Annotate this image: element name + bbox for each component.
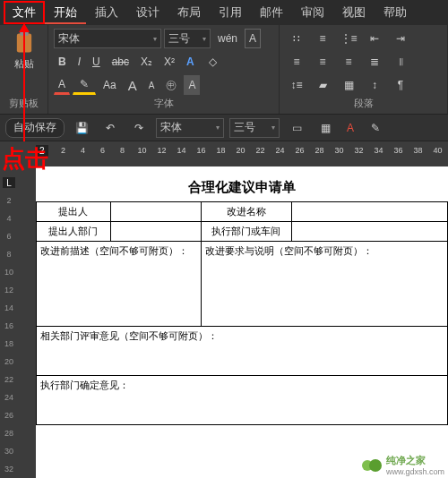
distribute-icon: ⫴	[393, 55, 408, 69]
undo-button[interactable]: ↶	[99, 118, 122, 138]
cell-exec-label: 执行部门或车间	[201, 222, 291, 242]
char-border-button[interactable]: A	[245, 29, 261, 48]
menu-layout[interactable]: 布局	[168, 1, 210, 24]
document-wrap: 2 246810121416182022242628303234363840 合…	[18, 141, 448, 478]
cell-dept-value[interactable]	[110, 222, 201, 242]
ruler-tick: 10	[4, 263, 13, 281]
text-effect-button[interactable]: A	[182, 52, 199, 72]
phonetic-button[interactable]: wén	[213, 29, 242, 48]
ruler-tick: 6	[6, 227, 11, 245]
show-marks-button[interactable]: ¶	[389, 75, 412, 95]
shading-button[interactable]: ▰	[311, 75, 334, 95]
qa-highlight-button[interactable]: A	[342, 118, 358, 138]
indent-right-button[interactable]: ⇥	[389, 29, 412, 48]
cell-name-value[interactable]	[291, 202, 447, 222]
menu-help[interactable]: 帮助	[375, 1, 416, 24]
leaf-icon	[361, 457, 383, 474]
bullets-button[interactable]: ∷	[285, 29, 308, 48]
enclose-button[interactable]: ㊥	[161, 75, 181, 95]
underline-button[interactable]: U	[88, 52, 105, 72]
group-clipboard-label: 剪贴板	[5, 95, 42, 110]
qa-comment-button[interactable]: ✎	[364, 118, 387, 138]
align-right-button[interactable]: ≡	[337, 52, 360, 72]
table-row: 改进前描述（空间不够可附页）： 改进要求与说明（空间不够可附页）：	[37, 242, 448, 327]
strike-button[interactable]: abc	[108, 52, 134, 72]
ruler-tick: 28	[310, 146, 330, 155]
redo-button[interactable]: ↷	[127, 118, 151, 138]
align-center-button[interactable]: ≡	[311, 52, 334, 72]
qa-size-select[interactable]: 三号▾	[229, 118, 280, 138]
ruler-tick: 4	[73, 146, 93, 155]
numbering-icon: ≡	[315, 31, 330, 46]
table-icon: ▦	[318, 121, 332, 135]
comment-icon: ✎	[368, 121, 383, 135]
cell-proposer-value[interactable]	[110, 202, 201, 222]
superscript-button[interactable]: X²	[159, 52, 179, 72]
indent-left-button[interactable]: ⇤	[363, 29, 386, 48]
ruler-tick: 28	[4, 424, 13, 442]
qa-table-button[interactable]: ▦	[314, 118, 337, 138]
ruler-tick: 2	[6, 192, 11, 209]
multilevel-icon: ⋮≡	[341, 31, 356, 46]
menu-insert[interactable]: 插入	[86, 1, 127, 24]
line-spacing-icon: ↕≡	[289, 78, 304, 92]
char-shading-button[interactable]: A	[184, 75, 200, 95]
align-center-icon: ≡	[315, 55, 330, 69]
group-clipboard: 粘贴 剪贴板	[0, 25, 48, 114]
shrink-font-button[interactable]: A	[144, 75, 159, 95]
multilevel-button[interactable]: ⋮≡	[337, 29, 360, 48]
svg-rect-0	[16, 34, 30, 53]
page-viewport[interactable]: 合理化建议申请单 提出人 改进名称 提出人部门 执行部门或车间	[18, 159, 448, 478]
font-size-select[interactable]: 三号▾	[164, 29, 211, 48]
menu-view[interactable]: 视图	[333, 1, 375, 24]
align-left-button[interactable]: ≡	[285, 52, 308, 72]
menu-design[interactable]: 设计	[127, 1, 168, 24]
ruler-tick: 20	[231, 146, 251, 155]
justify-button[interactable]: ≣	[363, 52, 386, 72]
numbering-button[interactable]: ≡	[311, 29, 334, 48]
distribute-button[interactable]: ⫴	[389, 52, 412, 72]
menu-file[interactable]: 文件	[4, 1, 45, 24]
ruler-corner: L	[3, 177, 15, 188]
qa-font-select[interactable]: 宋体▾	[156, 118, 224, 138]
cell-before-desc[interactable]: 改进前描述（空间不够可附页）：	[37, 242, 202, 327]
cell-exec-value[interactable]	[291, 222, 447, 242]
autosave-toggle[interactable]: 自动保存	[5, 118, 65, 138]
sort-button[interactable]: ↕	[363, 75, 386, 95]
ruler-tick: 40	[428, 146, 448, 155]
grow-font-button[interactable]: A	[124, 75, 142, 95]
subscript-button[interactable]: X₂	[136, 52, 157, 72]
line-spacing-button[interactable]: ↕≡	[285, 75, 308, 95]
font-color-button[interactable]: A	[54, 75, 70, 95]
ruler-tick: 22	[251, 146, 271, 155]
ruler-tick: 20	[4, 353, 13, 371]
italic-button[interactable]: I	[73, 52, 85, 72]
save-button[interactable]: 💾	[70, 118, 93, 138]
cell-requirements[interactable]: 改进要求与说明（空间不够可附页）：	[201, 242, 447, 327]
document-icon: ▭	[289, 121, 304, 135]
borders-button[interactable]: ▦	[337, 75, 360, 95]
paint-bucket-icon: ▰	[315, 78, 330, 92]
menu-home[interactable]: 开始	[45, 1, 86, 24]
bold-button[interactable]: B	[54, 52, 71, 72]
group-font-label: 字体	[54, 95, 273, 110]
highlight-button[interactable]: ✎	[73, 75, 96, 95]
menu-review[interactable]: 审阅	[292, 1, 333, 24]
change-case-button[interactable]: Aa	[99, 75, 121, 95]
paste-button[interactable]: 粘贴	[5, 29, 42, 73]
ruler-tick: 30	[4, 442, 13, 460]
menu-mail[interactable]: 邮件	[251, 1, 292, 24]
chevron-down-icon: ▾	[153, 35, 157, 43]
ruler-tick: 8	[113, 146, 133, 155]
cell-exec-opinion[interactable]: 执行部门确定意见：	[37, 376, 448, 425]
font-name-select[interactable]: 宋体▾	[54, 29, 161, 48]
content-area: L 2468101214161820222426283032 2 2468101…	[0, 141, 448, 478]
ribbon: 粘贴 剪贴板 宋体▾ 三号▾ wén A B I U abc X₂	[0, 25, 448, 115]
cell-review[interactable]: 相关部门评审意见（空间不够可附页）：	[37, 327, 448, 376]
paste-label: 粘贴	[14, 57, 34, 71]
clear-format-button[interactable]: ◇	[202, 52, 225, 72]
watermark: 纯净之家 www.gdxsh.com	[361, 454, 444, 476]
chevron-down-icon: ▾	[271, 124, 275, 132]
menu-ref[interactable]: 引用	[210, 1, 251, 24]
qa-new-button[interactable]: ▭	[285, 118, 308, 138]
